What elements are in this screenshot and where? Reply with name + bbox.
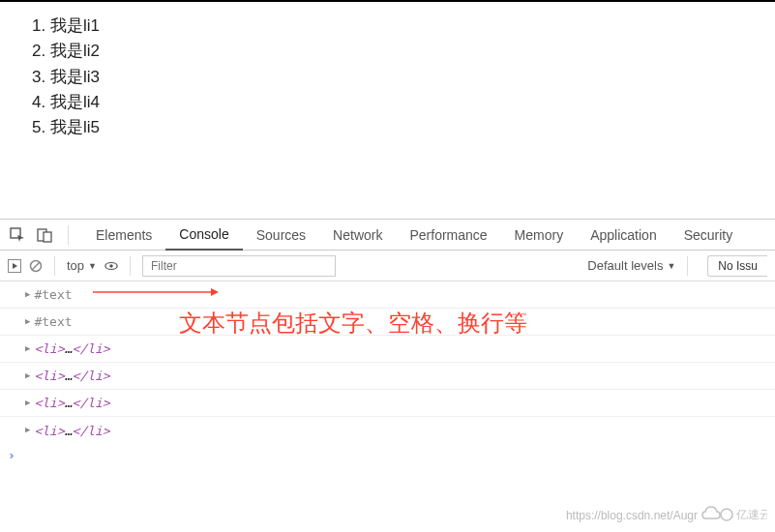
console-prompt[interactable]: › (0, 444, 775, 462)
svg-point-7 (109, 264, 113, 268)
clear-console-icon[interactable] (29, 259, 43, 273)
tab-security[interactable]: Security (671, 220, 747, 250)
console-toolbar: top ▼ Default levels ▼ No Issu (0, 251, 775, 281)
svg-rect-2 (44, 232, 51, 242)
console-output: ▶ #text ▶ #text ▶ <li>…</li> ▶ <li>…</li… (0, 281, 775, 532)
text-node-label: #text (34, 287, 72, 302)
separator (54, 256, 55, 276)
svg-text:亿速云: 亿速云 (735, 508, 767, 521)
watermark-logo: 亿速云 (700, 503, 767, 526)
no-issues-button[interactable]: No Issu (707, 255, 767, 277)
chevron-down-icon: ▼ (667, 261, 675, 271)
ordered-list: 我是li1 我是li2 我是li3 我是li4 我是li5 (29, 14, 775, 141)
expand-icon[interactable]: ▶ (25, 316, 30, 326)
tabs-container: Elements Console Sources Network Perform… (82, 220, 746, 250)
console-row-li[interactable]: ▶ <li>…</li> (0, 390, 775, 417)
svg-line-5 (32, 262, 40, 270)
chevron-down-icon: ▼ (88, 261, 97, 271)
li-element-label: <li>…</li> (34, 396, 109, 410)
li-element-label: <li>…</li> (34, 369, 109, 383)
console-row-li[interactable]: ▶ <li>…</li> (0, 336, 775, 363)
expand-icon[interactable]: ▶ (25, 370, 30, 380)
log-levels-selector[interactable]: Default levels ▼ (587, 258, 675, 273)
expand-icon[interactable]: ▶ (25, 343, 30, 353)
context-label: top (67, 258, 84, 273)
list-item: 我是li2 (50, 39, 775, 64)
tab-sources[interactable]: Sources (243, 220, 319, 250)
tab-application[interactable]: Application (577, 220, 671, 250)
devtools-tabbar: Elements Console Sources Network Perform… (0, 220, 775, 251)
live-expression-icon[interactable] (104, 259, 118, 273)
list-item: 我是li5 (50, 115, 775, 140)
tab-network[interactable]: Network (319, 220, 396, 250)
context-selector[interactable]: top ▼ (67, 258, 97, 273)
inspect-icon[interactable] (10, 227, 25, 243)
tab-memory[interactable]: Memory (501, 220, 578, 250)
console-row-text[interactable]: ▶ #text (0, 281, 775, 309)
separator (68, 225, 69, 245)
tab-performance[interactable]: Performance (396, 220, 500, 250)
expand-icon[interactable]: ▶ (25, 398, 30, 407)
tab-console[interactable]: Console (165, 221, 242, 251)
filter-input[interactable] (142, 255, 336, 277)
console-row-text[interactable]: ▶ #text (0, 309, 775, 336)
console-row-li[interactable]: ▶ <li>…</li> (0, 363, 775, 390)
page-content: 我是li1 我是li2 我是li3 我是li4 我是li5 (0, 2, 775, 141)
expand-icon[interactable]: ▶ (25, 425, 30, 434)
separator (687, 256, 688, 276)
tab-elements[interactable]: Elements (82, 220, 165, 250)
levels-label: Default levels (587, 258, 663, 273)
list-item: 我是li1 (50, 14, 775, 39)
separator (130, 256, 131, 276)
annotation-arrow (93, 287, 219, 297)
console-row-li[interactable]: ▶ <li>…</li> (0, 417, 775, 444)
svg-point-9 (721, 509, 732, 520)
expand-icon[interactable]: ▶ (25, 289, 30, 299)
li-element-label: <li>…</li> (34, 341, 109, 356)
device-toggle-icon[interactable] (37, 227, 52, 243)
devtools-panel: Elements Console Sources Network Perform… (0, 219, 775, 532)
li-element-label: <li>…</li> (34, 424, 109, 438)
list-item: 我是li4 (50, 90, 775, 115)
list-item: 我是li3 (50, 65, 775, 90)
play-icon[interactable] (8, 259, 21, 273)
watermark-url: https://blog.csdn.net/Augr (566, 509, 698, 522)
text-node-label: #text (34, 314, 72, 329)
